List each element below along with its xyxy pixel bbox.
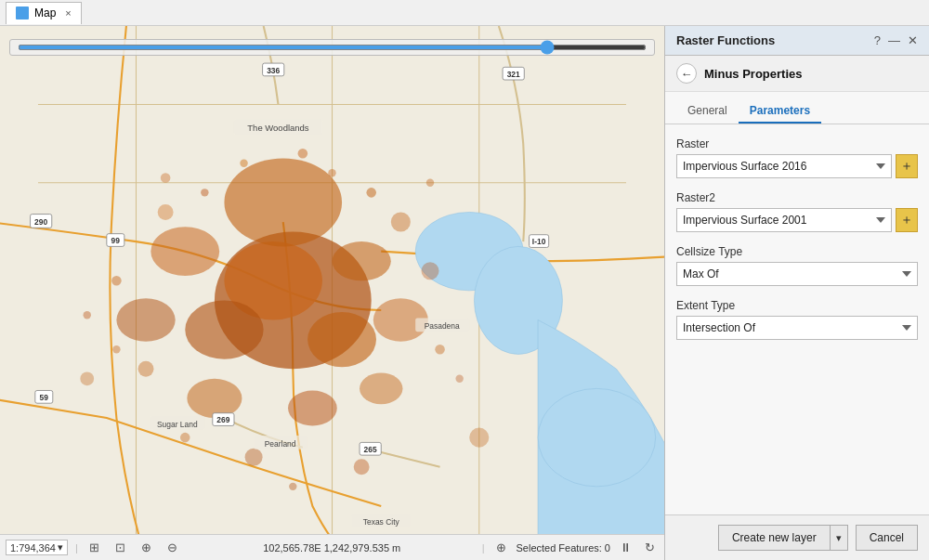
extent-row: Intersection Of Union Of First Of Last O… xyxy=(676,316,918,340)
map-area[interactable]: The Woodlands Pearland Texas City Pasade… xyxy=(0,26,664,560)
svg-point-23 xyxy=(422,262,439,280)
cellsize-label: Cellsize Type xyxy=(676,245,918,258)
svg-point-40 xyxy=(455,375,463,383)
raster-label: Raster xyxy=(676,137,918,150)
svg-text:265: 265 xyxy=(364,445,377,454)
svg-text:Pearland: Pearland xyxy=(265,439,296,449)
svg-text:Sugar Land: Sugar Land xyxy=(157,420,198,429)
pin-icon[interactable]: — xyxy=(888,33,900,47)
extent-select[interactable]: Intersection Of Union Of First Of Last O… xyxy=(676,316,918,340)
panel-body: Raster Impervious Surface 2016 Imperviou… xyxy=(665,124,929,514)
create-new-layer-button[interactable]: Create new layer xyxy=(718,525,830,551)
panel-header-icons: ? — ✕ xyxy=(874,33,918,47)
map-tab-icon xyxy=(16,7,29,20)
raster2-row: Impervious Surface 2016 Impervious Surfa… xyxy=(676,208,918,232)
map-svg: The Woodlands Pearland Texas City Pasade… xyxy=(0,26,664,560)
cellsize-row: Max Of Min Of Mean Of xyxy=(676,262,918,286)
map-tab-label: Map xyxy=(34,7,56,20)
svg-text:290: 290 xyxy=(34,217,47,227)
panel-subtitle: Minus Properties xyxy=(704,67,802,81)
svg-text:Pasadena: Pasadena xyxy=(425,321,460,331)
pause-button[interactable]: ⏸ xyxy=(616,539,635,557)
zoom-out-button[interactable]: ⊖ xyxy=(164,539,182,557)
raster2-add-button[interactable]: ＋ xyxy=(896,208,918,232)
raster-functions-panel: Raster Functions ? — ✕ ← Minus Propertie… xyxy=(664,26,929,560)
svg-point-31 xyxy=(328,169,335,176)
svg-point-29 xyxy=(240,159,247,166)
raster-row: Impervious Surface 2016 Impervious Surfa… xyxy=(676,154,918,178)
svg-text:Texas City: Texas City xyxy=(363,517,400,527)
extent-field-group: Extent Type Intersection Of Union Of Fir… xyxy=(676,299,918,340)
main-content: The Woodlands Pearland Texas City Pasade… xyxy=(0,26,929,560)
svg-text:I-10: I-10 xyxy=(532,237,546,246)
svg-point-13 xyxy=(333,241,391,280)
window-tab-bar: Map × xyxy=(0,0,929,26)
selected-features: Selected Features: 0 xyxy=(516,542,610,553)
svg-point-21 xyxy=(158,204,174,220)
raster-add-button[interactable]: ＋ xyxy=(896,154,918,178)
panel-header: Raster Functions ? — ✕ xyxy=(665,26,929,56)
svg-point-24 xyxy=(138,361,154,377)
raster-select[interactable]: Impervious Surface 2016 Impervious Surfa… xyxy=(676,154,892,178)
refresh-button[interactable]: ↻ xyxy=(640,539,659,557)
raster2-field-group: Raster2 Impervious Surface 2016 Impervio… xyxy=(676,191,918,232)
scale-chevron: ▾ xyxy=(58,541,63,553)
cancel-button[interactable]: Cancel xyxy=(856,525,918,551)
svg-point-17 xyxy=(116,298,175,341)
svg-point-28 xyxy=(469,428,489,448)
svg-point-15 xyxy=(307,312,376,367)
svg-point-33 xyxy=(426,179,434,187)
map-slider-bar xyxy=(9,39,655,56)
svg-point-22 xyxy=(391,212,411,231)
svg-point-18 xyxy=(187,379,242,418)
svg-text:The Woodlands: The Woodlands xyxy=(247,123,309,133)
svg-text:59: 59 xyxy=(40,393,49,402)
svg-point-8 xyxy=(538,388,656,487)
svg-point-20 xyxy=(360,372,402,404)
svg-point-41 xyxy=(180,433,190,443)
scale-value: 1:794,364 xyxy=(10,542,56,553)
svg-point-14 xyxy=(185,300,263,358)
map-tab[interactable]: Map × xyxy=(6,2,82,24)
map-coordinates: 102,565.78E 1,242,979.535 m xyxy=(190,542,475,553)
svg-point-25 xyxy=(245,449,263,466)
create-new-layer-dropdown-button[interactable]: ▾ xyxy=(830,525,848,551)
cellsize-select[interactable]: Max Of Min Of Mean Of xyxy=(676,262,918,286)
svg-point-42 xyxy=(289,483,296,490)
raster-field-group: Raster Impervious Surface 2016 Imperviou… xyxy=(676,137,918,178)
tab-parameters[interactable]: Parameters xyxy=(739,99,821,124)
svg-point-37 xyxy=(84,311,91,319)
extent-label: Extent Type xyxy=(676,299,918,312)
scale-selector[interactable]: 1:794,364 ▾ xyxy=(6,540,68,555)
panel-title: Raster Functions xyxy=(676,33,775,47)
svg-text:99: 99 xyxy=(111,236,121,245)
identify-button[interactable]: ⊕ xyxy=(491,539,510,557)
map-slider[interactable] xyxy=(18,45,647,50)
close-icon[interactable]: ✕ xyxy=(908,33,918,47)
back-button[interactable]: ← xyxy=(676,63,697,84)
svg-text:336: 336 xyxy=(267,66,280,75)
zoom-to-layer-button[interactable]: ⊡ xyxy=(111,539,130,557)
svg-point-32 xyxy=(366,188,376,198)
raster2-select[interactable]: Impervious Surface 2016 Impervious Surfa… xyxy=(676,208,892,232)
svg-point-12 xyxy=(150,227,219,276)
svg-point-38 xyxy=(112,345,120,353)
svg-point-34 xyxy=(161,173,171,183)
tab-general[interactable]: General xyxy=(676,99,739,124)
help-icon[interactable]: ? xyxy=(874,33,881,47)
create-new-layer-button-group: Create new layer ▾ xyxy=(718,525,848,551)
map-tab-close[interactable]: × xyxy=(65,7,71,19)
panel-tabs: General Parameters xyxy=(665,92,929,124)
svg-point-27 xyxy=(354,459,370,475)
svg-point-39 xyxy=(435,345,445,355)
svg-text:269: 269 xyxy=(216,415,229,424)
zoom-extent-button[interactable]: ⊞ xyxy=(85,539,104,557)
raster2-label: Raster2 xyxy=(676,191,918,204)
svg-point-35 xyxy=(201,189,208,196)
zoom-in-button[interactable]: ⊕ xyxy=(137,539,156,557)
svg-point-36 xyxy=(111,276,122,286)
svg-text:321: 321 xyxy=(507,70,520,79)
cellsize-field-group: Cellsize Type Max Of Min Of Mean Of xyxy=(676,245,918,286)
panel-subheader: ← Minus Properties xyxy=(665,56,929,92)
svg-point-11 xyxy=(224,158,342,246)
